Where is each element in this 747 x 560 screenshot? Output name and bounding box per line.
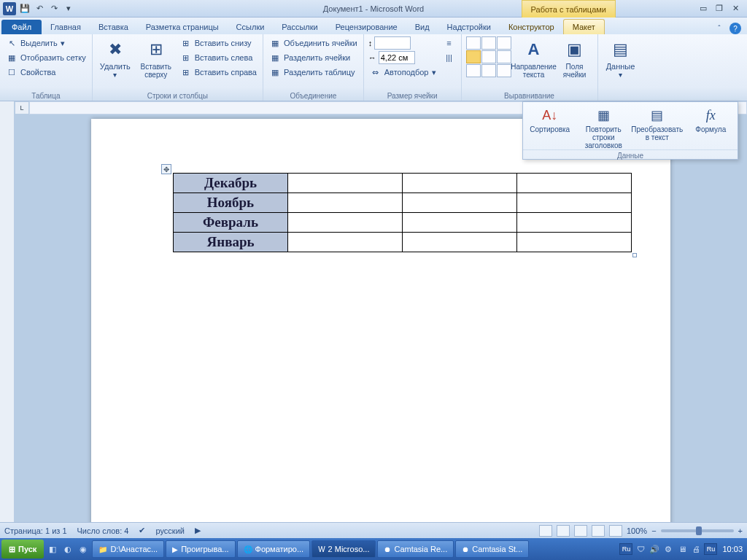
table-cell[interactable]: Январь [174,233,288,252]
language-indicator[interactable]: Ru [619,543,632,555]
col-width-input[interactable] [379,51,415,64]
status-word-count[interactable]: Число слов: 4 [77,526,129,535]
insert-left-button[interactable]: ⊞Вставить слева [179,51,258,64]
tab-review[interactable]: Рецензирование [327,20,406,34]
taskbar-item[interactable]: 📁 D:\Анастас... [92,540,164,558]
minimize-ribbon-icon[interactable]: ˆ [713,23,725,34]
tray-icon[interactable]: ⚙ [662,543,674,555]
convert-to-text-button[interactable]: ▤Преобразовать в текст [632,105,683,141]
table-cell[interactable]: Февраль [174,213,288,233]
status-language[interactable]: русский [155,526,184,535]
tab-insert[interactable]: Вставка [90,20,137,34]
status-page[interactable]: Страница: 1 из 1 [4,526,67,535]
save-icon[interactable]: 💾 [19,3,31,15]
tab-design[interactable]: Конструктор [500,20,563,34]
undo-icon[interactable]: ↶ [34,3,45,15]
text-direction-button[interactable]: AНаправление текста [516,36,552,79]
repeat-header-button[interactable]: ▦Повторить строки заголовков [578,105,629,149]
word-app-icon[interactable]: W [3,2,16,15]
tab-references[interactable]: Ссылки [228,20,274,34]
tray-icon[interactable]: 🛡 [635,543,646,555]
table-resize-handle[interactable] [632,253,637,257]
tray-icon[interactable]: 🔊 [649,543,660,555]
ql-icon[interactable]: ◉ [76,540,90,558]
merge-cells-button[interactable]: ▦Объединить ячейки [268,36,359,50]
help-icon[interactable]: ? [729,23,741,34]
ql-icon[interactable]: ◐ [61,540,75,558]
start-button[interactable]: ⊞Пуск [1,540,44,559]
ql-icon[interactable]: ◧ [45,540,60,558]
redo-icon[interactable]: ↷ [48,3,60,15]
view-web-layout[interactable] [574,525,587,537]
formula-button[interactable]: fxФормула [685,105,736,133]
page-scroll[interactable]: ✥ Декабрь Ноябрь Февраль Январь [15,114,747,522]
restore-button[interactable]: ❐ [712,4,727,14]
taskbar-item[interactable]: 🌐 Форматиро... [237,540,311,558]
view-outline[interactable] [592,525,605,537]
table-cell[interactable] [288,193,403,213]
table-cell[interactable] [403,174,517,193]
group-cell-size: ↕ ↔ ⇔Автоподбор ▾ ≡ ||| Размер ячейки [364,34,462,101]
taskbar-item[interactable]: ⏺ Camtasia St... [455,540,529,558]
view-draft[interactable] [609,525,622,537]
table-cell[interactable] [403,213,517,233]
tab-home[interactable]: Главная [42,20,90,34]
table-cell[interactable] [517,174,632,193]
taskbar-item[interactable]: ⏺ Camtasia Re... [377,540,454,558]
qat-more-icon[interactable]: ▾ [63,3,74,15]
distribute-cols-button[interactable]: ||| [442,51,457,64]
insert-right-button[interactable]: ⊞Вставить справа [179,66,258,79]
clock[interactable]: 10:03 [719,545,743,553]
tray-icon[interactable]: 🖥 [676,543,688,555]
autofit-button[interactable]: ⇔Автоподбор ▾ [368,66,438,79]
insert-below-button[interactable]: ⊞Вставить снизу [179,36,258,50]
table-cell[interactable] [517,213,632,233]
macro-icon[interactable]: ▶ [195,526,201,535]
data-dropdown-button[interactable]: ▤Данные▾ [603,36,639,79]
properties-button[interactable]: ☐Свойства [4,66,88,79]
tab-addins[interactable]: Надстройки [438,20,500,34]
tab-layout[interactable]: Макет [563,19,605,34]
table-cell[interactable] [517,233,632,252]
vertical-ruler[interactable] [0,101,15,522]
table-cell[interactable] [403,193,517,213]
zoom-in-button[interactable]: + [738,526,743,535]
close-button[interactable]: ✕ [728,4,743,14]
select-button[interactable]: ↖Выделить ▾ [4,36,88,50]
delete-button[interactable]: ✖Удалить▾ [97,36,133,79]
table-cell[interactable] [288,233,403,252]
language-indicator-2[interactable]: Ru [704,543,717,555]
table-cell[interactable] [288,174,403,193]
taskbar-item[interactable]: ▶ Проигрыва... [166,540,235,558]
table-cell[interactable] [403,233,517,252]
document-table[interactable]: Декабрь Ноябрь Февраль Январь [173,173,632,252]
taskbar-item[interactable]: W 2 Microso... [311,540,376,558]
table-cell[interactable] [288,213,403,233]
row-height-input[interactable] [374,36,411,50]
tab-page-layout[interactable]: Разметка страницы [137,20,228,34]
split-table-button[interactable]: ▦Разделить таблицу [268,66,359,79]
tray-icon[interactable]: 🖨 [690,543,702,555]
tab-mailings[interactable]: Рассылки [273,20,326,34]
zoom-level[interactable]: 100% [627,526,647,535]
zoom-out-button[interactable]: − [651,526,656,535]
proofing-icon[interactable]: ✔ [139,526,145,535]
tab-view[interactable]: Вид [406,20,438,34]
tab-selector[interactable]: L [15,101,29,114]
distribute-rows-button[interactable]: ≡ [442,36,457,50]
table-cell[interactable] [517,193,632,213]
gridlines-button[interactable]: ▦Отобразить сетку [4,51,88,64]
sort-button[interactable]: A↓Сортировка [525,105,576,133]
table-cell[interactable]: Декабрь [174,174,288,193]
split-cells-button[interactable]: ▦Разделить ячейки [268,51,359,64]
table-cell[interactable]: Ноябрь [174,193,288,213]
view-print-layout[interactable] [539,525,552,537]
view-full-screen[interactable] [557,525,570,537]
insert-above-button[interactable]: ⊞Вставить сверху [138,36,174,79]
zoom-slider[interactable] [661,529,734,532]
cell-margins-button[interactable]: ▣Поля ячейки [557,36,593,79]
alignment-grid[interactable] [466,36,511,77]
minimize-button[interactable]: ▭ [696,4,711,14]
table-move-handle[interactable]: ✥ [161,164,171,174]
tab-file[interactable]: Файл [1,20,42,34]
